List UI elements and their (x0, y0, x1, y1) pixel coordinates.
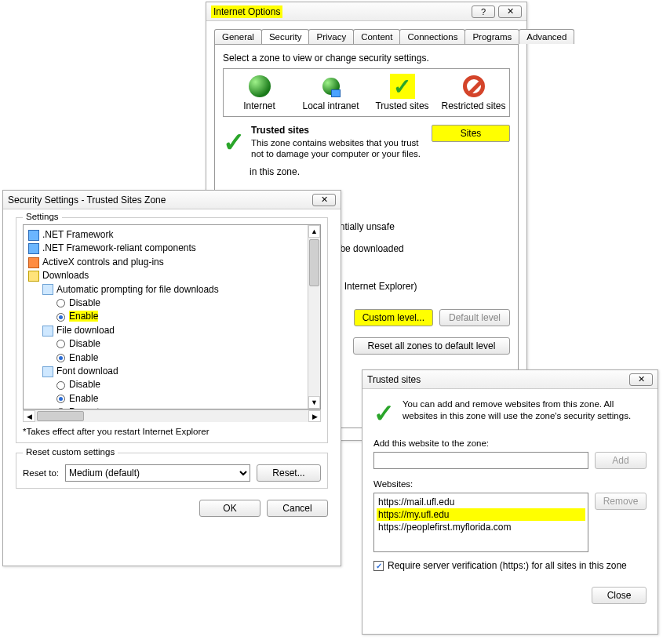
tree-item[interactable]: Font download (28, 365, 304, 378)
tree-item[interactable]: .NET Framework-reliant components (28, 242, 304, 255)
fx-icon (28, 257, 39, 268)
file-icon (42, 284, 53, 295)
tab-connections[interactable]: Connections (399, 29, 465, 44)
require-https-checkbox[interactable] (373, 561, 384, 571)
restart-note: *Takes effect after you restart Internet… (23, 427, 321, 436)
tree-item-label: File download (56, 325, 115, 336)
tree-item-label: Disable (69, 379, 100, 390)
reset-custom-group: Reset custom settings Reset to: Medium (… (16, 453, 328, 489)
tree-item-label: Enable (69, 311, 98, 322)
add-website-label: Add this website to the zone: (373, 438, 489, 448)
tree-item[interactable]: Automatic prompting for file downloads (28, 283, 304, 297)
check-icon: ✓ (390, 74, 415, 99)
websites-listbox[interactable]: https://mail.ufl.eduhttps://my.ufl.eduht… (373, 493, 588, 552)
zone-internet[interactable]: Internet (224, 69, 295, 116)
close-button[interactable]: Close (592, 587, 647, 604)
prompt-radio[interactable]: Prompt (28, 406, 304, 409)
security-settings-title: Security Settings - Trusted Sites Zone (8, 195, 312, 206)
vertical-scrollbar[interactable]: ▲ ▼ (308, 225, 320, 409)
websites-label: Websites: (373, 479, 413, 489)
radio-icon[interactable] (56, 340, 65, 348)
enable-radio[interactable]: Enable (28, 351, 304, 365)
website-item[interactable]: https://peoplefirst.myflorida.com (377, 521, 585, 533)
horizontal-scrollbar[interactable]: ◀ ▶ (23, 409, 321, 422)
radio-icon[interactable] (56, 354, 65, 362)
tab-privacy[interactable]: Privacy (308, 29, 354, 44)
reset-to-select[interactable]: Medium (default) (65, 464, 250, 482)
trusted-sites-message: You can add and remove websites from thi… (403, 398, 647, 428)
check-icon: ✓ (373, 398, 395, 428)
settings-legend: Settings (23, 212, 62, 221)
zone-list: Internet Local intranet ✓ Trusted sites … (223, 68, 510, 117)
tree-item[interactable]: ActiveX controls and plug-ins (28, 256, 304, 269)
scroll-right-icon[interactable]: ▶ (308, 410, 321, 422)
default-level-button[interactable]: Default level (439, 309, 510, 326)
zone-description: ✓ Trusted sites This zone contains websi… (223, 125, 510, 160)
zone-trusted-sites[interactable]: ✓ Trusted sites (366, 69, 438, 116)
tree-item-label: Downloads (42, 270, 89, 281)
scroll-left-icon[interactable]: ◀ (23, 410, 35, 422)
scroll-down-icon[interactable]: ▼ (308, 396, 320, 409)
security-settings-window: Security Settings - Trusted Sites Zone ✕… (2, 190, 341, 566)
zone-instruction: Select a zone to view or change security… (223, 53, 510, 64)
tab-advanced[interactable]: Advanced (519, 29, 574, 44)
dl-icon (28, 271, 39, 282)
sites-button[interactable]: Sites (432, 125, 510, 142)
reset-button[interactable]: Reset... (257, 464, 321, 482)
hscroll-thumb[interactable] (37, 411, 84, 421)
tree-item[interactable]: File download (28, 324, 304, 337)
disable-radio[interactable]: Disable (28, 378, 304, 391)
disable-radio[interactable]: Disable (28, 337, 304, 351)
trusted-sites-window: Trusted sites ✕ ✓ You can add and remove… (362, 369, 658, 635)
custom-level-button[interactable]: Custom level... (354, 309, 433, 326)
require-https-label: Require server verification (https:) for… (388, 560, 627, 571)
no-sign-icon (461, 74, 486, 99)
remove-button[interactable]: Remove (595, 493, 647, 510)
enable-radio[interactable]: Enable (28, 392, 304, 406)
tab-general[interactable]: General (214, 29, 262, 44)
net-icon (28, 243, 39, 254)
zone-local-intranet[interactable]: Local intranet (295, 69, 366, 116)
globe-icon (247, 74, 272, 99)
zone-restricted-sites[interactable]: Restricted sites (438, 69, 509, 116)
help-button[interactable]: ? (472, 5, 495, 18)
tree-item-label: Prompt (69, 406, 100, 409)
scroll-thumb[interactable] (309, 239, 319, 286)
settings-tree[interactable]: .NET Framework.NET Framework-reliant com… (24, 225, 308, 409)
radio-icon[interactable] (56, 313, 65, 322)
tab-programs[interactable]: Programs (464, 29, 519, 44)
internet-options-titlebar: Internet Options ? ✕ (206, 2, 526, 21)
tree-item[interactable]: Downloads (28, 269, 304, 282)
radio-icon[interactable] (56, 408, 65, 409)
cancel-button[interactable]: Cancel (267, 500, 328, 517)
tree-item-label: Disable (69, 297, 100, 308)
website-item[interactable]: https://my.ufl.edu (377, 508, 585, 521)
settings-group: Settings .NET Framework.NET Framework-re… (16, 217, 328, 443)
reset-zones-button[interactable]: Reset all zones to default level (353, 337, 510, 355)
ok-button[interactable]: OK (199, 500, 260, 517)
radio-icon[interactable] (56, 299, 65, 307)
enable-radio[interactable]: Enable (28, 310, 304, 323)
radio-icon[interactable] (56, 395, 65, 403)
add-button[interactable]: Add (595, 452, 647, 469)
add-website-input[interactable] (373, 452, 588, 469)
zone-restricted-label: Restricted sites (439, 100, 508, 111)
website-item[interactable]: https://mail.ufl.edu (377, 496, 585, 508)
tree-item[interactable]: .NET Framework (28, 228, 304, 242)
close-icon[interactable]: ✕ (629, 373, 653, 386)
tab-security[interactable]: Security (261, 29, 310, 44)
close-icon[interactable]: ✕ (312, 194, 336, 206)
reset-custom-legend: Reset custom settings (23, 447, 118, 457)
security-settings-titlebar: Security Settings - Trusted Sites Zone ✕ (3, 191, 341, 209)
tree-item-label: Enable (69, 393, 98, 404)
tree-item-label: ActiveX controls and plug-ins (42, 257, 164, 267)
tree-item-label: Disable (69, 338, 100, 349)
tab-content[interactable]: Content (353, 29, 400, 44)
disable-radio[interactable]: Disable (28, 297, 304, 310)
scroll-up-icon[interactable]: ▲ (308, 225, 320, 238)
check-icon-large: ✓ (223, 125, 245, 160)
intranet-icon (319, 74, 344, 99)
radio-icon[interactable] (56, 381, 65, 390)
internet-options-tabs: General Security Privacy Content Connect… (206, 21, 526, 44)
close-icon[interactable]: ✕ (498, 5, 522, 18)
